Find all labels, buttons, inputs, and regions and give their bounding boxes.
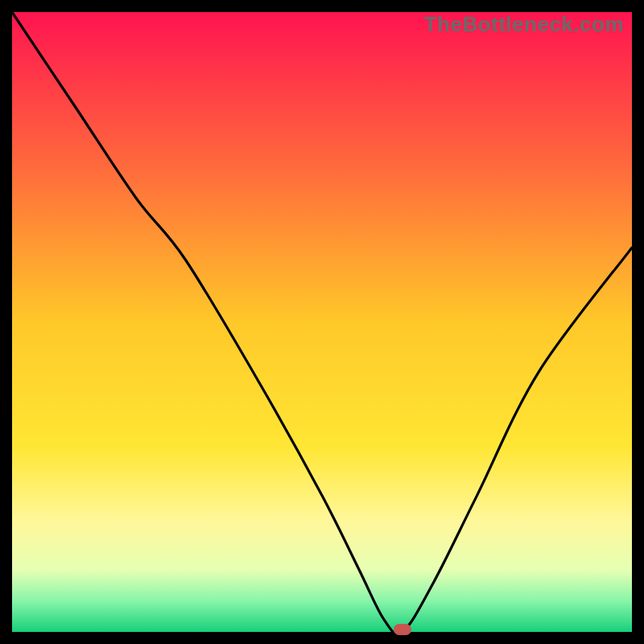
watermark-label: TheBottleneck.com xyxy=(424,12,624,37)
chart-frame: TheBottleneck.com xyxy=(12,12,632,632)
bottleneck-curve-path xyxy=(12,12,632,632)
chart-svg xyxy=(12,12,632,632)
minimum-marker xyxy=(394,624,411,635)
